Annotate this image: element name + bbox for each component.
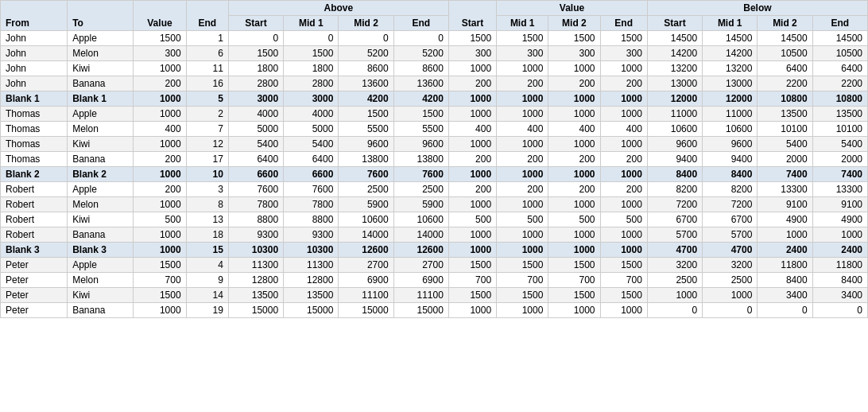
table-cell: 6700 bbox=[703, 212, 758, 227]
table-cell: Peter bbox=[1, 303, 68, 318]
table-cell: 2500 bbox=[647, 273, 702, 288]
table-cell: 3400 bbox=[812, 288, 867, 303]
table-cell: 200 bbox=[600, 182, 647, 197]
table-cell: 13300 bbox=[812, 182, 867, 197]
table-cell: 1500 bbox=[339, 107, 393, 122]
table-cell: 4900 bbox=[812, 212, 867, 227]
table-cell: 19 bbox=[186, 303, 228, 318]
table-cell: 10800 bbox=[758, 91, 812, 107]
table-cell: 200 bbox=[497, 76, 548, 91]
table-cell: 5700 bbox=[647, 227, 702, 243]
table-cell: 1500 bbox=[600, 288, 647, 303]
table-cell: 1000 bbox=[548, 227, 600, 243]
table-cell: Banana bbox=[68, 227, 134, 243]
header-above-mid1: Mid 1 bbox=[284, 16, 339, 31]
table-cell: 1000 bbox=[600, 61, 647, 76]
table-cell: 1000 bbox=[600, 197, 647, 212]
table-cell: 13 bbox=[186, 212, 228, 227]
table-cell: 5500 bbox=[393, 122, 448, 137]
table-cell: 7600 bbox=[228, 182, 283, 197]
table-cell: 1500 bbox=[548, 31, 600, 46]
table-cell: 5500 bbox=[339, 122, 393, 137]
table-cell: Melon bbox=[68, 46, 134, 61]
table-cell: 1000 bbox=[497, 137, 548, 152]
table-cell: 7800 bbox=[284, 197, 339, 212]
table-cell: Robert bbox=[1, 212, 68, 227]
table-cell: 10800 bbox=[812, 91, 867, 107]
table-cell: 300 bbox=[448, 46, 496, 61]
table-cell: 500 bbox=[448, 212, 496, 227]
table-cell: 14500 bbox=[647, 31, 702, 46]
table-cell: 11 bbox=[186, 61, 228, 76]
table-cell: Blank 1 bbox=[68, 91, 134, 107]
table-cell: 4000 bbox=[228, 107, 283, 122]
table-cell: 2800 bbox=[284, 76, 339, 91]
table-cell: 9 bbox=[186, 273, 228, 288]
table-cell: 200 bbox=[600, 152, 647, 167]
table-cell: Kiwi bbox=[68, 212, 134, 227]
table-cell: 10300 bbox=[284, 243, 339, 258]
table-cell: 1000 bbox=[497, 303, 548, 318]
table-cell: 1000 bbox=[134, 91, 186, 107]
table-cell: 5400 bbox=[758, 137, 812, 152]
table-cell: Banana bbox=[68, 76, 134, 91]
table-cell: 8400 bbox=[647, 167, 702, 182]
table-cell: 11800 bbox=[812, 258, 867, 273]
table-cell: 200 bbox=[548, 182, 600, 197]
table-cell: 1000 bbox=[134, 137, 186, 152]
table-cell: 8800 bbox=[284, 212, 339, 227]
table-cell: 300 bbox=[134, 46, 186, 61]
table-cell: Blank 1 bbox=[1, 91, 68, 107]
table-cell: 1000 bbox=[600, 107, 647, 122]
table-cell: 1000 bbox=[548, 167, 600, 182]
table-cell: 6400 bbox=[284, 152, 339, 167]
table-cell: 12000 bbox=[647, 91, 702, 107]
table-cell: 14500 bbox=[812, 31, 867, 46]
table-cell: 13600 bbox=[339, 76, 393, 91]
table-cell: 9300 bbox=[228, 227, 283, 243]
table-cell: 200 bbox=[497, 182, 548, 197]
table-cell: Kiwi bbox=[68, 288, 134, 303]
table-cell: 1000 bbox=[448, 197, 496, 212]
table-cell: 1000 bbox=[703, 288, 758, 303]
table-cell: 300 bbox=[548, 46, 600, 61]
table-cell: 700 bbox=[600, 273, 647, 288]
table-cell: 1000 bbox=[448, 167, 496, 182]
table-cell: 1000 bbox=[600, 137, 647, 152]
table-cell: 10300 bbox=[228, 243, 283, 258]
header-below-mid1: Mid 1 bbox=[703, 16, 758, 31]
table-cell: 12800 bbox=[284, 273, 339, 288]
header-value-mid2: Mid 2 bbox=[548, 16, 600, 31]
table-cell: 10100 bbox=[758, 122, 812, 137]
table-cell: 10600 bbox=[393, 212, 448, 227]
table-cell: 700 bbox=[497, 273, 548, 288]
table-cell: 10500 bbox=[758, 46, 812, 61]
table-cell: 1500 bbox=[284, 46, 339, 61]
table-cell: 8600 bbox=[339, 61, 393, 76]
table-cell: 200 bbox=[600, 76, 647, 91]
header-start: Start bbox=[448, 1, 496, 31]
table-cell: Blank 2 bbox=[68, 167, 134, 182]
table-cell: 6900 bbox=[393, 273, 448, 288]
table-cell: 10600 bbox=[647, 122, 702, 137]
table-cell: 3 bbox=[186, 182, 228, 197]
table-cell: 10600 bbox=[339, 212, 393, 227]
table-cell: 1500 bbox=[448, 31, 496, 46]
table-cell: 11100 bbox=[393, 288, 448, 303]
table-cell: 1000 bbox=[497, 61, 548, 76]
table-cell: 1000 bbox=[497, 107, 548, 122]
table-cell: 1000 bbox=[134, 227, 186, 243]
table-cell: 10100 bbox=[812, 122, 867, 137]
header-to: To bbox=[68, 1, 134, 31]
table-cell: 0 bbox=[703, 303, 758, 318]
header-value-mid1: Mid 1 bbox=[497, 16, 548, 31]
table-cell: 700 bbox=[134, 273, 186, 288]
header-end: End bbox=[186, 1, 228, 31]
table-cell: 9600 bbox=[393, 137, 448, 152]
table-cell: 1500 bbox=[497, 258, 548, 273]
table-cell: 1500 bbox=[134, 258, 186, 273]
table-cell: 1000 bbox=[448, 303, 496, 318]
table-cell: 2500 bbox=[393, 182, 448, 197]
table-cell: 8800 bbox=[228, 212, 283, 227]
table-cell: 5200 bbox=[339, 46, 393, 61]
